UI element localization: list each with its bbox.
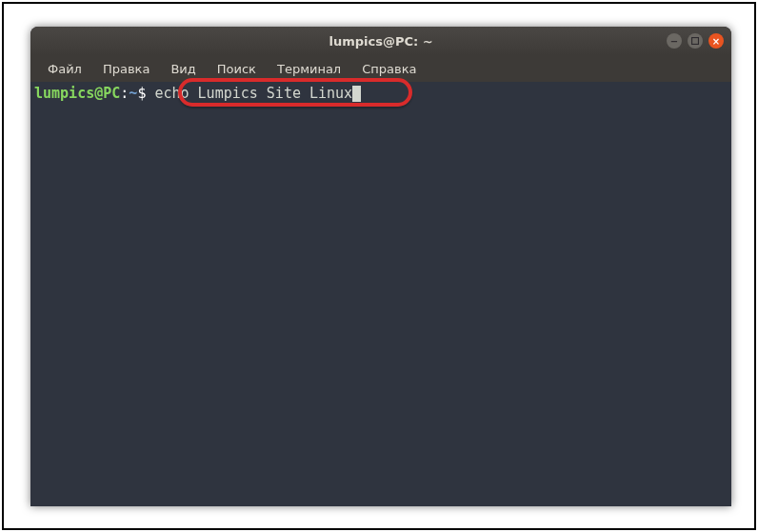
close-button[interactable]: × [708, 33, 724, 49]
menu-item-help[interactable]: Справка [352, 58, 426, 80]
maximize-icon [691, 37, 699, 45]
menu-item-view[interactable]: Вид [161, 58, 205, 80]
window-title: lumpics@PC: ~ [329, 34, 432, 49]
menubar: Файл Правка Вид Поиск Терминал Справка [30, 55, 731, 82]
maximize-button[interactable] [688, 33, 703, 49]
close-icon: × [712, 36, 720, 47]
cursor-icon [352, 86, 361, 102]
command-input[interactable]: echo Lumpics Site Linux [146, 84, 352, 103]
terminal-window: lumpics@PC: ~ − × Файл Правка Вид Поиск … [30, 27, 731, 506]
prompt-line: lumpics@PC:~$ echo Lumpics Site Linux [34, 84, 728, 103]
screenshot-frame: lumpics@PC: ~ − × Файл Правка Вид Поиск … [2, 2, 756, 530]
menu-item-search[interactable]: Поиск [208, 58, 266, 80]
svg-rect-0 [692, 38, 699, 45]
prompt-separator: : [120, 84, 129, 103]
prompt-user-host: lumpics@PC [34, 84, 120, 103]
window-controls: − × [667, 33, 724, 49]
minimize-icon: − [670, 36, 678, 47]
prompt-dollar: $ [137, 84, 146, 103]
minimize-button[interactable]: − [667, 33, 682, 49]
menu-item-file[interactable]: Файл [38, 58, 91, 80]
menu-item-terminal[interactable]: Терминал [268, 58, 350, 80]
window-titlebar[interactable]: lumpics@PC: ~ − × [30, 27, 731, 55]
prompt-path: ~ [129, 84, 137, 103]
terminal-content[interactable]: lumpics@PC:~$ echo Lumpics Site Linux [30, 82, 731, 506]
menu-item-edit[interactable]: Правка [93, 58, 159, 80]
